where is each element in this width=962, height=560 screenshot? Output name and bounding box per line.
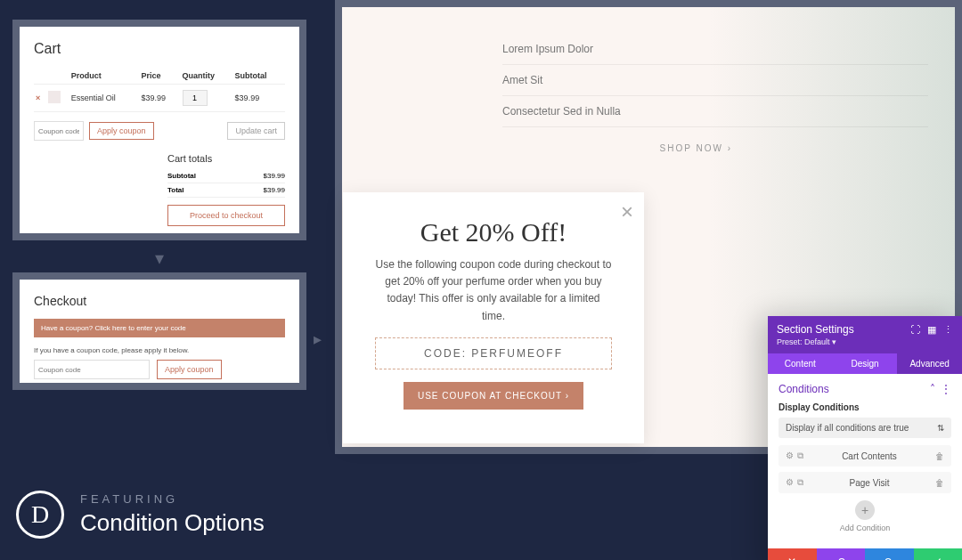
shop-now-link[interactable]: SHOP NOW › — [502, 143, 732, 153]
tab-advanced[interactable]: Advanced — [897, 353, 962, 374]
settings-title: Section Settings — [777, 323, 854, 336]
product-subtotal: $39.99 — [233, 85, 285, 112]
col-price: Price — [140, 68, 181, 85]
cart-panel: Cart Product Price Quantity Subtotal × E… — [12, 20, 306, 240]
qty-input[interactable] — [183, 90, 208, 106]
coupon-prompt: If you have a coupon code, please apply … — [34, 346, 285, 354]
condition-name: Page Visit — [803, 478, 935, 488]
coupon-banner[interactable]: Have a coupon? Click here to enter your … — [34, 319, 285, 337]
cart-table: Product Price Quantity Subtotal × Essent… — [34, 68, 285, 112]
list-item: Lorem Ipsum Dolor — [502, 34, 928, 65]
copy-icon[interactable]: ⧉ — [797, 450, 803, 461]
arrow-right-icon: ▸ — [314, 329, 322, 349]
more-icon[interactable]: ⋮ — [943, 324, 953, 336]
col-qty: Quantity — [181, 68, 233, 85]
checkout-title: Checkout — [34, 294, 285, 308]
preset-selector[interactable]: Preset: Default ▾ — [777, 337, 953, 346]
add-condition-label: Add Condition — [779, 523, 951, 532]
arrow-down-icon: ▾ — [155, 248, 164, 269]
popup-title: Get 20% Off! — [375, 217, 612, 248]
display-conditions-label: Display Conditions — [779, 402, 951, 412]
tab-design[interactable]: Design — [833, 353, 898, 374]
conditions-label: Conditions — [779, 383, 829, 395]
add-condition-button[interactable]: + — [855, 500, 875, 520]
checkout-apply-coupon-button[interactable]: Apply coupon — [157, 360, 222, 379]
popup-description: Use the following coupon code during che… — [375, 256, 612, 325]
product-thumb — [48, 91, 61, 103]
use-coupon-button[interactable]: USE COUPON AT CHECKOUT › — [404, 382, 583, 410]
chevron-up-icon[interactable]: ˄ — [930, 383, 935, 395]
remove-item-icon[interactable]: × — [36, 93, 40, 102]
promo-popup: × Get 20% Off! Use the following coupon … — [343, 192, 644, 443]
condition-name: Cart Contents — [803, 451, 935, 461]
undo-button[interactable]: ↶ — [817, 548, 866, 560]
subtotal-label: Subtotal — [167, 172, 210, 180]
cart-title: Cart — [34, 41, 285, 57]
totals-title: Cart totals — [167, 153, 285, 164]
expand-icon[interactable]: ⛶ — [910, 324, 920, 336]
tab-content[interactable]: Content — [768, 353, 833, 374]
list-item: Amet Sit — [502, 65, 928, 96]
list-item: Consectetur Sed in Nulla — [502, 96, 928, 127]
settings-tabs: Content Design Advanced — [768, 353, 962, 374]
grid-icon[interactable]: ▦ — [927, 324, 936, 336]
cart-totals: Cart totals Subtotal$39.99 Total$39.99 P… — [167, 153, 285, 226]
coupon-code-box: CODE: PERFUMEOFF — [375, 337, 612, 369]
cart-row: × Essential Oil $39.99 $39.99 — [34, 85, 285, 112]
section-more-icon[interactable]: ⋮ — [941, 383, 951, 395]
subtotal-value: $39.99 — [264, 172, 285, 180]
redo-button[interactable]: ↷ — [865, 548, 914, 560]
proceed-checkout-button[interactable]: Proceed to checkout — [167, 205, 285, 226]
save-button[interactable]: ✓ — [914, 548, 963, 560]
total-value: $39.99 — [264, 186, 285, 194]
col-product: Product — [69, 68, 140, 85]
trash-icon[interactable]: 🗑 — [935, 478, 944, 488]
close-icon[interactable]: × — [621, 199, 633, 224]
product-name[interactable]: Essential Oil — [69, 85, 140, 112]
section-settings-panel: Section Settings ⛶ ▦ ⋮ Preset: Default ▾… — [768, 316, 962, 560]
feature-subtitle: FEATURING — [80, 492, 265, 506]
feature-title: Condition Options — [80, 509, 265, 537]
checkout-coupon-input[interactable] — [34, 360, 150, 379]
trash-icon[interactable]: 🗑 — [935, 451, 944, 461]
gear-icon[interactable]: ⚙ — [786, 477, 794, 488]
condition-row[interactable]: ⚙⧉ Page Visit 🗑 — [779, 472, 951, 493]
conditions-section[interactable]: Conditions ˄⋮ — [779, 383, 951, 395]
copy-icon[interactable]: ⧉ — [797, 477, 803, 488]
divi-logo-icon: D — [16, 491, 64, 539]
update-cart-button[interactable]: Update cart — [227, 122, 285, 140]
gear-icon[interactable]: ⚙ — [786, 450, 794, 461]
settings-header: Section Settings ⛶ ▦ ⋮ Preset: Default ▾ — [768, 316, 962, 353]
condition-row[interactable]: ⚙⧉ Cart Contents 🗑 — [779, 445, 951, 467]
total-label: Total — [167, 186, 210, 194]
settings-footer: ✕ ↶ ↷ ✓ — [768, 548, 962, 560]
product-price: $39.99 — [140, 85, 181, 112]
coupon-input[interactable] — [34, 121, 84, 141]
apply-coupon-button[interactable]: Apply coupon — [89, 122, 154, 140]
updown-icon: ⇅ — [937, 423, 944, 433]
feature-banner: D FEATURING Condition Options — [16, 491, 265, 539]
col-subtotal: Subtotal — [233, 68, 285, 85]
checkout-panel: Checkout Have a coupon? Click here to en… — [12, 272, 306, 390]
condition-logic-select[interactable]: Display if all conditions are true ⇅ — [779, 418, 951, 438]
cancel-button[interactable]: ✕ — [768, 548, 817, 560]
